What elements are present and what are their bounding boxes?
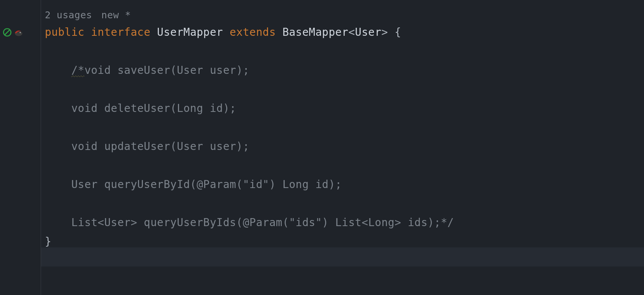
no-entry-icon[interactable] xyxy=(2,27,12,37)
code-line-comment[interactable]: /*void saveUser(User user); xyxy=(45,61,644,80)
author-hint[interactable]: new * xyxy=(101,8,131,23)
svg-point-4 xyxy=(20,32,21,33)
svg-line-1 xyxy=(5,30,10,35)
code-line-blank[interactable] xyxy=(45,42,644,61)
code-line-declaration[interactable]: public interface UserMapper extends Base… xyxy=(45,23,644,42)
code-area[interactable]: 2 usagesnew * public interface UserMappe… xyxy=(41,0,644,295)
keyword-extends: extends xyxy=(230,26,276,38)
code-line-blank[interactable] xyxy=(45,156,644,175)
code-editor[interactable]: 2 usagesnew * public interface UserMappe… xyxy=(0,0,644,295)
mybatis-bird-icon[interactable] xyxy=(14,27,24,37)
code-line-blank[interactable] xyxy=(45,118,644,137)
code-line-blank[interactable] xyxy=(45,194,644,213)
code-line-comment[interactable]: User queryUserById(@Param("id") Long id)… xyxy=(45,175,644,194)
generic-type: User xyxy=(355,26,381,38)
code-line-close-brace[interactable]: } xyxy=(45,232,644,251)
usages-hint[interactable]: 2 usages xyxy=(45,8,92,23)
type-name: UserMapper xyxy=(157,26,223,38)
inlay-hints[interactable]: 2 usagesnew * xyxy=(45,8,644,23)
code-line-comment[interactable]: List<User> queryUserByIds(@Param("ids") … xyxy=(45,213,644,232)
code-line-blank[interactable] xyxy=(45,80,644,99)
base-type: BaseMapper xyxy=(282,26,349,38)
keyword-public: public xyxy=(45,26,84,38)
keyword-interface: interface xyxy=(91,26,151,38)
code-line-comment[interactable]: void updateUser(User user); xyxy=(45,137,644,156)
gutter-icons-row xyxy=(0,23,41,42)
code-line-comment[interactable]: void deleteUser(Long id); xyxy=(45,99,644,118)
editor-gutter xyxy=(0,0,41,295)
